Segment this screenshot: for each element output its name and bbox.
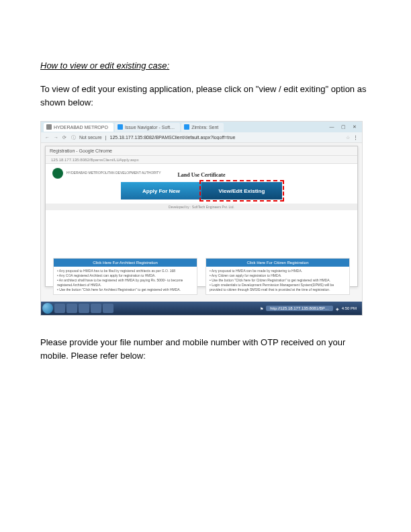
taskbar-app-icon[interactable] [54,304,65,313]
hmda-logo-icon [52,168,63,179]
citizen-registration-link[interactable]: Click Here For Citizen Registration [206,259,349,267]
tab-label: Zimbra: Sent [191,125,218,130]
instruction-paragraph-1: To view of edit your existing applicatio… [40,83,371,109]
info-line: • Any COA registered Architect can apply… [57,273,193,278]
popup-window-title: Registration - Google Chrome [46,146,357,156]
close-icon[interactable]: ✕ [350,124,359,130]
address-bar: ← → ⟳ ⓘ Not secure | 125.18.177.135:8082… [41,132,362,143]
view-edit-existing-button[interactable]: View/Edit Existing [201,182,282,200]
flag-icon[interactable]: ⚑ [260,306,263,311]
favicon-icon [118,124,123,130]
not-secure-icon: ⓘ [71,134,76,141]
architect-registration-link[interactable]: Click Here For Architect Registration [54,259,197,267]
taskbar-url-indicator: http://125.18.177.135:8081/BP… [266,306,332,311]
developer-footer: Developed by : SoftTech Engineers Pvt. L… [46,204,357,210]
hmda-org-name: HYDERABAD METROPOLITAN DEVELOPMENT AUTHO… [66,171,161,175]
instruction-paragraph-2: Please provide your file number and mobi… [40,336,371,362]
action-button-row: Apply For New View/Edit Existing [46,182,357,200]
favicon-icon [184,124,189,130]
network-icon[interactable]: ◈ [336,306,339,311]
maximize-icon[interactable]: ▢ [338,124,348,130]
info-line: • Any proposal to HMDA has to be filed b… [57,269,193,273]
chrome-menu-icon[interactable]: ⋮ [353,135,358,140]
nav-back-forward-icon[interactable]: ← → ⟳ [45,135,68,140]
taskbar-app-icon[interactable] [79,304,89,313]
info-boxes: Click Here For Architect Registration • … [53,258,350,295]
windows-taskbar: ⚑ http://125.18.177.135:8081/BP… ◈ 4:50 … [41,302,362,315]
taskbar-app-icon[interactable] [66,304,77,313]
favicon-icon [46,124,52,130]
taskbar-app-icon[interactable] [103,304,113,313]
window-controls: — ▢ ✕ [327,124,359,130]
browser-tab[interactable]: Issue Navigator - Soft… [115,123,180,132]
embedded-screenshot: HYDERABAD METROPO Issue Navigator - Soft… [40,121,363,316]
minimize-icon[interactable]: — [327,124,336,130]
start-button-icon[interactable] [42,303,53,314]
info-line: • Login credentials to Development Permi… [210,283,346,292]
bookmark-icon[interactable]: ☆ [346,135,350,140]
info-line: • Any Citizen can apply for registration… [210,273,346,278]
info-line: • Use the button "Click here for Archite… [57,287,193,292]
tab-label: HYDERABAD METROPO [54,125,108,130]
browser-tab[interactable]: HYDERABAD METROPO [44,123,113,132]
browser-tab[interactable]: Zimbra: Sent [181,123,224,132]
tab-label: Issue Navigator - Soft… [125,125,175,130]
section-heading: How to view or edit existing case: [40,60,371,71]
taskbar-app-icon[interactable] [91,304,101,313]
info-line: • Use the button "Click here for Citizen… [210,278,346,283]
url-text[interactable]: 125.18.177.135:8082/BPAMSClient/default.… [110,135,342,140]
citizen-registration-box: Click Here For Citizen Registration • An… [205,258,350,295]
popup-url-bar: 125.18.177.135:8082/BpamsClient/LUApply.… [46,156,357,164]
apply-for-new-button[interactable]: Apply For New [121,182,201,200]
browser-tab-strip: HYDERABAD METROPO Issue Navigator - Soft… [41,122,362,132]
security-label: Not secure [79,135,102,140]
architect-registration-box: Click Here For Architect Registration • … [53,258,197,295]
highlight-marker [199,180,284,202]
info-line: • Any proposal to HMDA can be made by re… [210,269,346,273]
clock: 4:50 PM [342,306,357,310]
info-line: • An architect shall have to be register… [57,278,193,287]
